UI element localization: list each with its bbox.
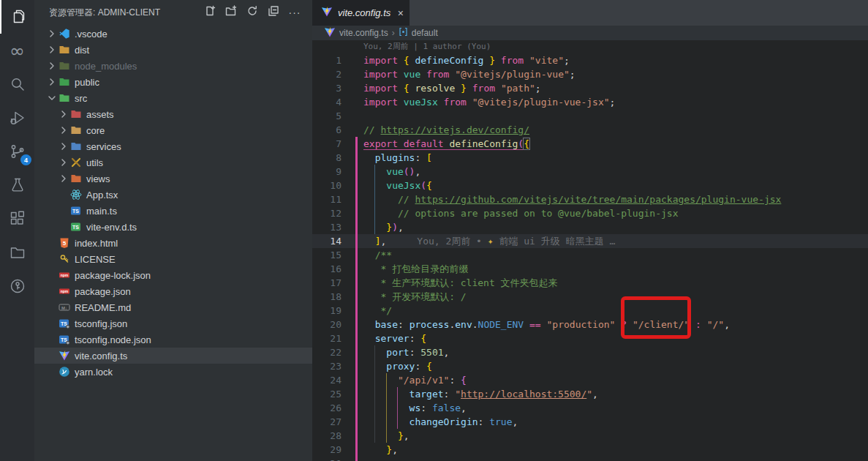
code-line-8[interactable]: 8 plugins: [ [312, 151, 868, 165]
tree-item-yarn.lock[interactable]: yarn.lock [34, 364, 312, 380]
line-number: 9 [312, 165, 341, 179]
tree-item-public[interactable]: public [34, 74, 312, 90]
breadcrumb-symbol[interactable]: default [412, 28, 438, 38]
code-line-11[interactable]: 11 // https://github.com/vitejs/vite/tre… [312, 192, 868, 206]
tree-item-tsconfig.node.json[interactable]: TStsconfig.node.json [34, 331, 312, 348]
code-line-17[interactable]: 17 * 生产环境默认: client 文件夹包起来 [312, 276, 868, 290]
collapse-all-button[interactable] [266, 5, 281, 20]
code-line-27[interactable]: 27 changeOrigin: true, [312, 415, 868, 429]
new-file-button[interactable] [203, 5, 217, 20]
refresh-button[interactable] [245, 5, 260, 20]
code-lines: 1import { defineConfig } from "vite";2im… [312, 53, 868, 461]
code-line-4[interactable]: 4import vueJsx from "@vitejs/plugin-vue-… [312, 95, 868, 109]
code-line-3[interactable]: 3import { resolve } from "path"; [312, 81, 868, 95]
code-line-26[interactable]: 26 ws: false, [312, 401, 868, 415]
breadcrumb-file[interactable]: vite.config.ts [339, 28, 388, 38]
tree-item-readme.md[interactable]: M↓README.md [34, 299, 312, 315]
tree-item-views[interactable]: views [34, 170, 312, 187]
chevron-right-icon: › [392, 28, 395, 38]
tree-item-core[interactable]: core [34, 122, 312, 138]
new-folder-button[interactable] [224, 5, 238, 20]
npm-icon: npm [58, 269, 71, 281]
code-line-30[interactable]: 30 [312, 457, 868, 461]
activity-item-infinity[interactable]: ∞ [0, 34, 34, 67]
code-line-29[interactable]: 29 }, [312, 443, 868, 457]
folder-dist-icon [58, 44, 71, 56]
code-line-22[interactable]: 22 port: 5501, [312, 345, 868, 359]
chevron-right-icon [58, 108, 69, 120]
vite-icon [324, 26, 336, 40]
tree-item-license[interactable]: LICENSE [34, 251, 312, 267]
code-line-12[interactable]: 12 // options are passed on to @vue/babe… [312, 206, 868, 220]
code-line-1[interactable]: 1import { defineConfig } from "vite"; [312, 53, 868, 67]
activity-item-source-control[interactable]: 4 [0, 135, 34, 168]
explorer-sidebar: 资源管理器: ADMIN-CLIENT ··· .vscodedistnode_… [34, 0, 312, 461]
code-line-24[interactable]: 24 "/api/v1": { [312, 373, 868, 387]
codelens-authors[interactable]: You, 2周前 | 1 author (You) [312, 40, 868, 53]
tree-item-label: index.html [75, 238, 118, 249]
activity-item-extensions[interactable] [0, 202, 34, 236]
tree-item-main.ts[interactable]: TSmain.ts [34, 203, 312, 219]
line-number: 30 [312, 457, 341, 461]
code-line-16[interactable]: 16 * 打包给目录的前缀 [312, 262, 868, 276]
code-line-10[interactable]: 10 vueJsx({ [312, 179, 868, 192]
code-line-2[interactable]: 2import vue from "@vitejs/plugin-vue"; [312, 67, 868, 81]
tree-item-label: assets [86, 109, 114, 120]
code-line-19[interactable]: 19 */ [312, 304, 868, 318]
code-line-23[interactable]: 23 proxy: { [312, 359, 868, 373]
code-line-7[interactable]: 7export default defineConfig({ [312, 137, 868, 151]
tree-item-package.json[interactable]: npmpackage.json [34, 283, 312, 299]
folder-icon [9, 244, 26, 261]
tree-item-app.tsx[interactable]: App.tsx [34, 187, 312, 203]
code-line-14[interactable]: 14 ],You, 2周前 • ✦ 前端 ui 升级 暗黑主题 … [312, 234, 868, 248]
folder-core-icon [69, 124, 83, 136]
chevron-right-icon [46, 44, 58, 56]
line-number: 5 [312, 109, 341, 123]
code-line-28[interactable]: 28 }, [312, 429, 868, 443]
chevron-right-icon [58, 157, 69, 168]
activity-item-project-folder[interactable] [0, 236, 34, 269]
chevron-right-icon [46, 76, 58, 88]
code-line-18[interactable]: 18 * 开发环境默认: / [312, 290, 868, 304]
tree-item-assets[interactable]: assets [34, 106, 312, 122]
tree-item-label: vite-env.d.ts [86, 222, 137, 233]
svg-text:npm: npm [61, 273, 69, 277]
line-number: 21 [312, 331, 341, 345]
activity-item-explorer[interactable] [0, 0, 34, 34]
more-actions-button[interactable]: ··· [287, 5, 302, 20]
code-line-5[interactable]: 5 [312, 109, 868, 123]
activity-item-run-debug[interactable] [0, 101, 34, 135]
line-number: 2 [312, 67, 341, 81]
vscode-icon [58, 28, 71, 40]
tree-item-label: tsconfig.node.json [75, 334, 151, 345]
code-line-15[interactable]: 15 /** [312, 248, 868, 262]
tree-item-label: public [75, 77, 99, 88]
tree-item-dist[interactable]: dist [34, 42, 312, 58]
code-line-9[interactable]: 9 vue(), [312, 165, 868, 179]
code-line-6[interactable]: 6// https://vitejs.dev/config/ [312, 123, 868, 137]
tree-item-vite-env.d.ts[interactable]: TSvite-env.d.ts [34, 219, 312, 235]
tree-item-index.html[interactable]: 5index.html [34, 235, 312, 251]
code-editor[interactable]: You, 2周前 | 1 author (You) 1import { defi… [312, 40, 868, 461]
code-line-21[interactable]: 21 server: { [312, 331, 868, 345]
tree-item-src[interactable]: src [34, 90, 312, 106]
activity-item-testing[interactable] [0, 168, 34, 202]
activity-item-gitlens[interactable] [0, 269, 34, 303]
close-icon[interactable]: × [398, 8, 404, 18]
code-line-13[interactable]: 13 }), [312, 220, 868, 234]
html-icon: 5 [58, 237, 71, 249]
code-line-25[interactable]: 25 target: "http://localhost:5500/", [312, 387, 868, 401]
tree-item-vite.config.ts[interactable]: vite.config.ts [34, 348, 312, 364]
tree-item-tsconfig.json[interactable]: TStsconfig.json [34, 315, 312, 331]
tree-item-services[interactable]: services [34, 138, 312, 154]
tree-item-.vscode[interactable]: .vscode [34, 26, 312, 42]
ts-green-icon: TS [69, 221, 83, 233]
extensions-icon [9, 210, 26, 228]
tab-vite-config[interactable]: vite.config.ts × [312, 0, 410, 26]
explorer-title: 资源管理器: ADMIN-CLIENT [49, 7, 203, 19]
activity-item-search[interactable] [0, 67, 34, 101]
tree-item-package-lock.json[interactable]: npmpackage-lock.json [34, 267, 312, 283]
tree-item-node-modules[interactable]: node_modules [34, 58, 312, 74]
code-line-20[interactable]: 20 base: process.env.NODE_ENV == "produc… [312, 318, 868, 331]
tree-item-utils[interactable]: utils [34, 154, 312, 170]
